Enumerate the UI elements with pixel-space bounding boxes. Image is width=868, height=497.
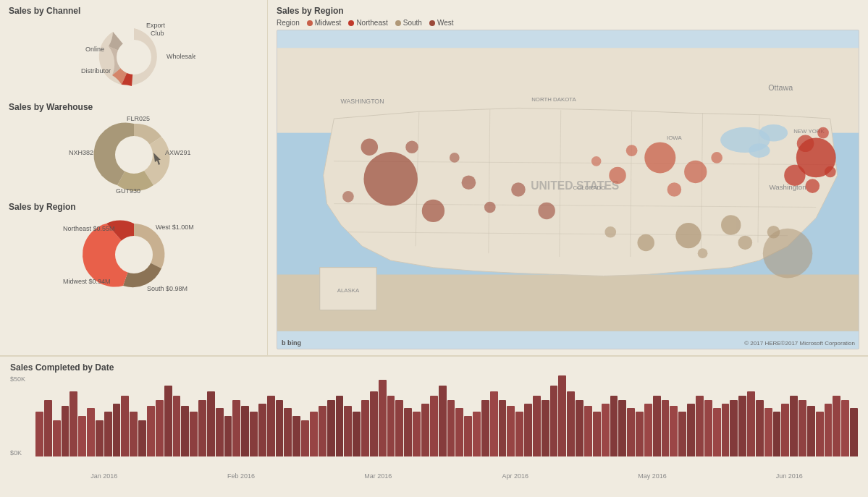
bar-95[interactable] [850, 408, 858, 456]
bar-43[interactable] [404, 408, 412, 456]
bar-70[interactable] [636, 412, 644, 456]
bubble-midwest-4[interactable] [667, 182, 682, 197]
bubble-west-7[interactable] [450, 153, 460, 163]
bubble-west-8[interactable] [511, 182, 526, 197]
bar-4[interactable] [69, 391, 77, 456]
bar-46[interactable] [430, 396, 438, 456]
bar-63[interactable] [576, 400, 583, 456]
bubble-northeast-2[interactable] [784, 165, 805, 186]
bar-32[interactable] [310, 412, 318, 456]
bar-76[interactable] [687, 404, 695, 456]
bar-12[interactable] [138, 420, 146, 456]
bar-23[interactable] [232, 400, 240, 456]
bubble-south-large[interactable] [763, 229, 813, 279]
bar-40[interactable] [379, 380, 387, 456]
bar-14[interactable] [156, 400, 164, 456]
bubble-midwest-5[interactable] [626, 145, 638, 156]
bubble-west-5[interactable] [405, 140, 418, 153]
bar-77[interactable] [696, 396, 704, 456]
bar-61[interactable] [558, 375, 566, 456]
bar-17[interactable] [181, 406, 189, 456]
bubble-south-1[interactable] [675, 223, 701, 248]
bar-81[interactable] [730, 400, 738, 456]
bubble-midwest-6[interactable] [711, 152, 722, 163]
bar-72[interactable] [653, 396, 661, 456]
bar-20[interactable] [207, 391, 215, 456]
bar-82[interactable] [738, 396, 746, 456]
bar-68[interactable] [618, 400, 626, 456]
bar-83[interactable] [747, 391, 755, 456]
bar-13[interactable] [147, 406, 155, 456]
bar-44[interactable] [413, 412, 421, 456]
bar-49[interactable] [455, 408, 463, 456]
bar-0[interactable] [35, 412, 43, 456]
bubble-south-7[interactable] [698, 248, 708, 258]
bar-25[interactable] [250, 412, 258, 456]
bubble-west-4[interactable] [462, 175, 476, 190]
bubble-west-10[interactable] [342, 191, 354, 203]
bar-45[interactable] [421, 404, 429, 456]
bar-22[interactable] [224, 416, 232, 456]
bar-27[interactable] [267, 396, 275, 456]
bubble-south-6[interactable] [604, 226, 616, 238]
bar-52[interactable] [481, 400, 489, 456]
bubble-south-3[interactable] [637, 234, 654, 252]
bar-33[interactable] [319, 406, 326, 456]
bar-8[interactable] [104, 412, 112, 456]
bubble-northeast-6[interactable] [817, 127, 829, 139]
bar-30[interactable] [292, 416, 300, 456]
bubble-northeast-3[interactable] [806, 179, 820, 193]
bar-80[interactable] [722, 404, 730, 456]
bar-71[interactable] [644, 404, 652, 456]
bubble-west-3[interactable] [361, 138, 379, 156]
bar-89[interactable] [799, 400, 806, 456]
bar-16[interactable] [173, 396, 181, 456]
bar-15[interactable] [164, 386, 172, 456]
bar-9[interactable] [113, 404, 121, 456]
bar-79[interactable] [713, 408, 721, 456]
bar-6[interactable] [87, 408, 95, 456]
bubble-midwest-2[interactable] [684, 161, 707, 183]
bar-48[interactable] [447, 400, 455, 456]
bar-60[interactable] [550, 386, 558, 456]
bar-31[interactable] [301, 420, 309, 456]
bar-54[interactable] [499, 400, 507, 456]
bar-94[interactable] [841, 400, 849, 456]
bar-29[interactable] [284, 408, 292, 456]
bubble-midwest-7[interactable] [591, 156, 602, 166]
bubble-west-2[interactable] [422, 200, 444, 222]
bar-10[interactable] [121, 396, 129, 456]
bar-26[interactable] [258, 404, 266, 456]
bar-90[interactable] [807, 406, 815, 456]
bubble-midwest-1[interactable] [644, 142, 675, 173]
bubble-midwest-3[interactable] [609, 167, 626, 184]
bar-38[interactable] [361, 400, 369, 456]
map-container[interactable]: UNITED STATES Ottawa Washington WASHINGT… [277, 30, 859, 349]
bar-64[interactable] [584, 406, 592, 456]
bar-78[interactable] [704, 400, 712, 456]
bar-18[interactable] [190, 412, 198, 456]
bar-41[interactable] [387, 396, 395, 456]
bar-19[interactable] [198, 400, 206, 456]
bar-93[interactable] [833, 396, 840, 456]
bar-84[interactable] [756, 400, 764, 456]
bar-57[interactable] [524, 404, 532, 456]
bar-51[interactable] [473, 412, 481, 456]
bar-62[interactable] [567, 391, 575, 456]
bar-55[interactable] [507, 406, 515, 456]
bar-58[interactable] [533, 396, 541, 456]
bar-50[interactable] [464, 416, 472, 456]
bar-11[interactable] [130, 412, 138, 456]
bubble-south-2[interactable] [721, 215, 741, 234]
bar-65[interactable] [593, 412, 601, 456]
bubble-south-4[interactable] [738, 236, 753, 250]
bar-28[interactable] [276, 400, 284, 456]
bar-24[interactable] [241, 406, 249, 456]
bar-74[interactable] [670, 406, 678, 456]
bar-3[interactable] [62, 406, 69, 456]
bar-2[interactable] [53, 420, 61, 456]
bar-1[interactable] [44, 400, 52, 456]
bar-59[interactable] [542, 400, 549, 456]
bubble-west-large[interactable] [363, 152, 417, 205]
bar-86[interactable] [773, 412, 781, 456]
